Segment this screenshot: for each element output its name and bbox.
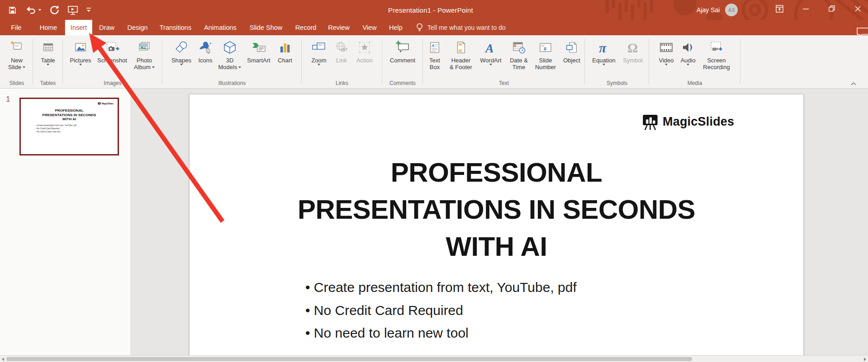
screenshot-button[interactable]: Screenshot — [95, 38, 129, 66]
group-label-symbols: Symbols — [585, 80, 649, 86]
bullet-item: No Credit Card Required — [305, 299, 577, 322]
scroll-left-arrow[interactable] — [2, 357, 4, 361]
magicslides-logo-icon — [642, 113, 659, 131]
start-from-beginning-button[interactable] — [67, 4, 79, 16]
dropdown-arrow — [489, 64, 492, 66]
minimize-icon — [803, 6, 809, 12]
group-label-media: Media — [650, 80, 740, 86]
3d-models-button[interactable]: 3D Models — [217, 38, 243, 71]
dropdown-arrow — [79, 64, 82, 66]
video-icon — [659, 40, 674, 55]
chart-button[interactable]: Chart — [275, 38, 295, 64]
slide-1-thumbnail[interactable]: MagicSlides PROFESSIONAL PRESENTATIONS I… — [19, 98, 119, 155]
equation-button[interactable]: π Equation — [588, 38, 619, 66]
text-box-button[interactable]: A Text Box — [424, 38, 446, 71]
new-slide-button[interactable]: New Slide — [4, 38, 30, 71]
svg-text:Ω: Ω — [627, 41, 638, 55]
dropdown-arrow — [111, 64, 114, 66]
minimize-button[interactable] — [795, 0, 816, 17]
slide-editing-area: MagicSlides PROFESSIONAL PRESENTATIONS I… — [131, 89, 868, 355]
tab-help[interactable]: Help — [384, 20, 408, 35]
slide-canvas[interactable]: MagicSlides PROFESSIONAL PRESENTATIONS I… — [189, 94, 804, 355]
redo-icon — [50, 5, 59, 14]
object-button[interactable]: Object — [560, 38, 584, 64]
comment-button[interactable]: Comment — [387, 38, 418, 64]
group-images: Pictures Screenshot Photo Album Images — [63, 35, 162, 89]
screenshot-icon — [105, 40, 119, 55]
customize-toolbar-icon — [86, 7, 91, 13]
audio-icon — [681, 40, 695, 55]
ribbon-display-options-button[interactable] — [769, 0, 790, 17]
group-label-images: Images — [63, 80, 162, 86]
slide-title-textbox[interactable]: PROFESSIONAL PRESENTATIONS IN SECONDS WI… — [190, 154, 803, 265]
header-footer-button[interactable]: Header & Footer — [446, 38, 475, 71]
magicslides-logo: MagicSlides — [642, 113, 734, 131]
scroll-right-arrow[interactable] — [864, 357, 866, 361]
icons-button[interactable]: Icons — [195, 38, 216, 64]
window-title: Presentation1 - PowerPoint — [388, 0, 473, 20]
svg-text:π: π — [599, 40, 607, 55]
shapes-button[interactable]: Shapes — [169, 38, 194, 66]
audio-button[interactable]: Audio — [678, 38, 698, 66]
save-button[interactable] — [6, 4, 18, 16]
restore-button[interactable] — [821, 0, 842, 17]
user-name: Ajay Sai — [697, 6, 720, 14]
slide-body-textbox[interactable]: Create presentation from text, YouTube, … — [305, 276, 577, 345]
scrollbar-thumb[interactable] — [6, 357, 692, 361]
smartart-button[interactable]: SmartArt — [244, 38, 274, 64]
photo-album-icon — [137, 40, 152, 55]
object-icon — [565, 40, 579, 55]
account-area[interactable]: Ajay Sai AS — [697, 0, 738, 20]
horizontal-scrollbar[interactable] — [0, 355, 868, 362]
action-icon — [357, 40, 372, 55]
powerpoint-window: Presentation1 - PowerPoint Ajay Sai AS F… — [0, 0, 868, 362]
tab-view[interactable]: View — [357, 20, 382, 35]
restore-icon — [829, 5, 835, 12]
ribbon-insert: New Slide Slides Table Tables — [0, 35, 868, 89]
feedback-comment-icon[interactable] — [856, 27, 868, 37]
close-button[interactable] — [847, 0, 868, 17]
group-slides: New Slide Slides — [1, 35, 33, 89]
tell-me-box[interactable]: Tell me what you want to do — [416, 20, 506, 35]
dropdown-arrow — [602, 64, 605, 66]
equation-icon: π — [596, 40, 612, 55]
link-button: Link — [332, 38, 351, 64]
tab-insert[interactable]: Insert — [65, 20, 92, 35]
video-button[interactable]: Video — [656, 38, 677, 66]
wordart-button[interactable]: A WordArt — [476, 38, 505, 66]
tab-slide-show[interactable]: Slide Show — [244, 20, 288, 35]
tab-record[interactable]: Record — [290, 20, 322, 35]
slide-number-button[interactable]: # Slide Number — [532, 38, 559, 71]
customize-quick-access-button[interactable] — [85, 4, 92, 16]
tab-home[interactable]: Home — [34, 20, 63, 35]
dropdown-arrow — [23, 66, 25, 68]
tab-animations[interactable]: Animations — [199, 20, 242, 35]
date-time-button[interactable]: Date & Time — [506, 38, 531, 71]
table-button[interactable]: Table — [35, 38, 61, 66]
dropdown-arrow — [687, 64, 689, 66]
redo-button[interactable] — [49, 4, 61, 16]
photo-album-button[interactable]: Photo Album — [130, 38, 159, 71]
avatar[interactable]: AS — [725, 4, 738, 16]
thumbnail-title: PROFESSIONAL PRESENTATIONS IN SECONDS WI… — [21, 108, 118, 122]
pictures-button[interactable]: Pictures — [66, 38, 95, 66]
magicslides-logo-text: MagicSlides — [663, 115, 734, 129]
tab-draw[interactable]: Draw — [94, 20, 120, 35]
tab-design[interactable]: Design — [122, 20, 153, 35]
thumbnail-bullets: Create presentation from text, YouTube, … — [36, 124, 76, 133]
link-icon — [334, 40, 349, 55]
zoom-button[interactable]: Zoom — [307, 38, 331, 66]
tab-file[interactable]: File — [5, 20, 27, 35]
group-label-links: Links — [302, 80, 382, 86]
screen-recording-button[interactable]: Screen Recording — [699, 38, 734, 71]
undo-button[interactable] — [24, 4, 43, 16]
dropdown-arrow — [152, 66, 155, 68]
collapse-ribbon-button[interactable] — [850, 80, 857, 88]
dropdown-arrow — [665, 64, 668, 66]
symbol-button: Ω Symbol — [620, 38, 645, 64]
action-button: Action — [352, 38, 377, 64]
tab-transitions[interactable]: Transitions — [154, 20, 197, 35]
quick-access-toolbar — [6, 0, 92, 20]
wordart-icon: A — [484, 40, 498, 55]
tab-review[interactable]: Review — [323, 20, 355, 35]
